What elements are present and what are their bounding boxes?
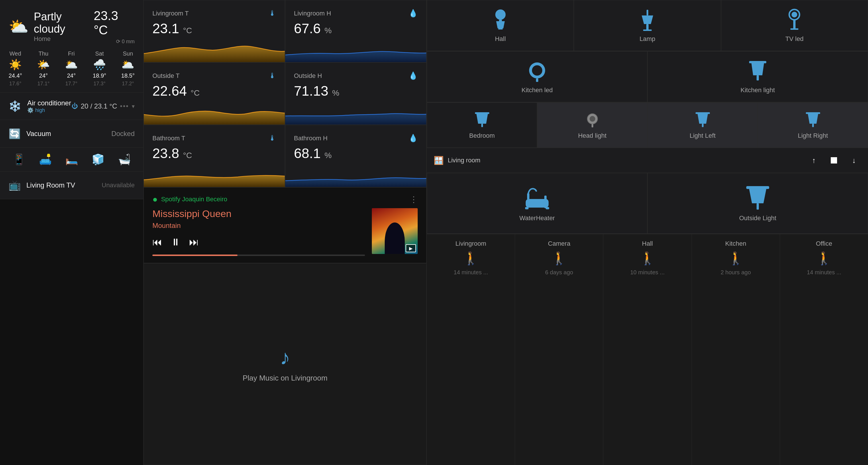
vacuum-name: Vacuum xyxy=(26,130,51,138)
motion-livingroom[interactable]: Livingroom 🚶 14 minutes ... xyxy=(427,234,515,465)
sensor-outside-t[interactable]: Outside T 🌡 22.64 °C xyxy=(144,62,285,125)
motion-livingroom-icon: 🚶 xyxy=(463,251,479,266)
outside-light-label: Outside Light xyxy=(739,214,776,222)
light-head[interactable]: Head light xyxy=(537,102,647,148)
svg-point-13 xyxy=(532,65,542,75)
ac-setpoint: 20 / 23.1 °C xyxy=(81,102,117,110)
svg-rect-11 xyxy=(790,28,798,30)
motion-camera[interactable]: Camera 🚶 6 days ago xyxy=(515,234,603,465)
forecast-thu: Thu 🌤️ 24° 17.1° xyxy=(37,51,50,87)
sensor-livingroom-t[interactable]: Livingroom T 🌡 23.1 °C xyxy=(144,0,285,62)
lamp-icon xyxy=(636,8,659,31)
room-door[interactable]: 📱 xyxy=(12,154,26,166)
light-kitchen[interactable]: Kitchen light xyxy=(647,51,868,102)
motion-office[interactable]: Office 🚶 14 minutes ... xyxy=(780,234,868,465)
motion-camera-label: Camera xyxy=(548,240,570,247)
tv-icon: 📺 xyxy=(9,179,21,191)
kitchen-light-icon xyxy=(746,60,769,82)
water-heater-icon xyxy=(524,185,550,210)
svg-rect-27 xyxy=(806,112,820,114)
light-hall-label: Hall xyxy=(495,35,506,43)
weather-temperature: 23.3 °C xyxy=(94,9,135,37)
forecast-wed: Wed ☀️ 24.4° 17.6° xyxy=(9,51,22,87)
room-bed[interactable]: 🛏️ xyxy=(65,154,78,166)
svg-rect-35 xyxy=(746,186,769,189)
album-art: ▶ xyxy=(372,208,418,254)
lights-row-1: Hall Lamp TV led xyxy=(427,0,868,51)
lights-row-3: Bedroom Head light Light Left xyxy=(427,102,868,148)
light-bedroom[interactable]: Bedroom xyxy=(427,102,537,148)
sensor-bathroom-h[interactable]: Bathroom H 💧 68.1 % xyxy=(285,125,427,187)
music-song-title: Mississippi Queen xyxy=(152,208,365,219)
fan-icon: ⚙️ xyxy=(27,107,33,113)
appliance-outside-light[interactable]: Outside Light xyxy=(647,173,868,234)
blind-down-button[interactable]: ↓ xyxy=(847,153,861,167)
ac-more-icon[interactable]: ••• xyxy=(120,102,129,110)
kitchen-led-icon xyxy=(526,60,549,82)
blind-stop-icon xyxy=(831,157,837,164)
weather-icon: ⛅ xyxy=(9,19,29,35)
music-card: ● Spotify Joaquin Beceiro ⋮ Mississippi … xyxy=(144,187,427,263)
light-head-label: Head light xyxy=(578,132,607,139)
prev-button[interactable]: ⏮ xyxy=(152,236,162,248)
ac-card[interactable]: ❄️ Air conditioner ⚙️ high ⏻ 20 / 23.1 °… xyxy=(0,93,143,120)
blind-stop-button[interactable] xyxy=(827,153,841,167)
light-left[interactable]: Light Left xyxy=(647,102,758,148)
room-bath[interactable]: 🛁 xyxy=(118,154,131,166)
rooms-row: 📱 🛋️ 🛏️ 🧊 🛁 xyxy=(0,148,143,171)
water-heater-label: WaterHeater xyxy=(519,214,555,222)
sensor-outside-h[interactable]: Outside H 💧 71.13 % xyxy=(285,62,427,125)
svg-marker-16 xyxy=(751,63,764,75)
temp-icon-2: 🌡 xyxy=(269,71,276,80)
appliance-water-heater[interactable]: WaterHeater xyxy=(427,173,647,234)
light-tv-led-label: TV led xyxy=(785,35,804,43)
spotify-label: Spotify Joaquin Beceiro xyxy=(161,196,227,203)
sensor-bathroom-t[interactable]: Bathroom T 🌡 23.8 °C xyxy=(144,125,285,187)
fullscreen-icon[interactable]: ▶ xyxy=(406,244,416,252)
motion-office-label: Office xyxy=(816,240,832,247)
light-kitchen-led[interactable]: Kitchen led xyxy=(427,51,647,102)
svg-rect-34 xyxy=(546,207,549,209)
tv-name: Living Room TV xyxy=(26,181,75,189)
middle-panel: Livingroom T 🌡 23.1 °C xyxy=(143,0,427,465)
light-lamp-label: Lamp xyxy=(640,35,655,43)
light-hall[interactable]: Hall xyxy=(427,0,574,51)
music-progress-bar xyxy=(152,255,365,256)
light-right[interactable]: Light Right xyxy=(758,102,868,148)
music-more-button[interactable]: ⋮ xyxy=(410,195,418,204)
light-lamp[interactable]: Lamp xyxy=(574,0,721,51)
light-tv-led[interactable]: TV led xyxy=(721,0,868,51)
outside-light-icon xyxy=(745,185,771,210)
light-right-icon xyxy=(804,111,822,128)
svg-rect-15 xyxy=(749,61,766,63)
motion-hall[interactable]: Hall 🚶 10 minutes ... xyxy=(603,234,691,465)
svg-marker-2 xyxy=(496,21,505,28)
chart-livingroom-t xyxy=(144,39,285,62)
tv-status: Unavailable xyxy=(102,181,135,189)
light-left-label: Light Left xyxy=(689,132,716,139)
ac-name: Air conditioner xyxy=(27,99,71,107)
ac-chevron-icon[interactable]: ▾ xyxy=(132,103,135,110)
room-living[interactable]: 🛋️ xyxy=(39,154,52,166)
light-left-icon xyxy=(694,111,711,128)
motion-kitchen-icon: 🚶 xyxy=(728,251,744,266)
motion-hall-icon: 🚶 xyxy=(640,251,655,266)
room-fridge[interactable]: 🧊 xyxy=(92,154,104,166)
motion-office-time: 14 minutes ... xyxy=(807,269,841,276)
motion-office-icon: 🚶 xyxy=(816,251,832,266)
pause-button[interactable]: ⏸ xyxy=(171,236,181,248)
tv-card[interactable]: 📺 Living Room TV Unavailable xyxy=(0,171,143,199)
svg-rect-14 xyxy=(536,78,538,82)
blind-up-button[interactable]: ↑ xyxy=(807,153,821,167)
right-panel: Hall Lamp TV led xyxy=(427,0,868,465)
vacuum-card[interactable]: 🔄 Vacuum Docked xyxy=(0,120,143,148)
vacuum-status: Docked xyxy=(112,130,135,138)
next-button[interactable]: ⏭ xyxy=(189,236,199,248)
weather-rain: ⟳ 0 mm xyxy=(94,38,135,45)
motion-kitchen[interactable]: Kitchen 🚶 2 hours ago xyxy=(692,234,780,465)
play-music-card[interactable]: ♪ Play Music on Livingroom xyxy=(144,263,427,465)
chart-bathroom-h xyxy=(285,164,426,187)
motion-livingroom-time: 14 minutes ... xyxy=(454,269,488,276)
forecast-sat: Sat 🌧️ 18.9° 17.3° xyxy=(93,51,106,87)
sensor-livingroom-h[interactable]: Livingroom H 💧 67.6 % xyxy=(285,0,427,62)
